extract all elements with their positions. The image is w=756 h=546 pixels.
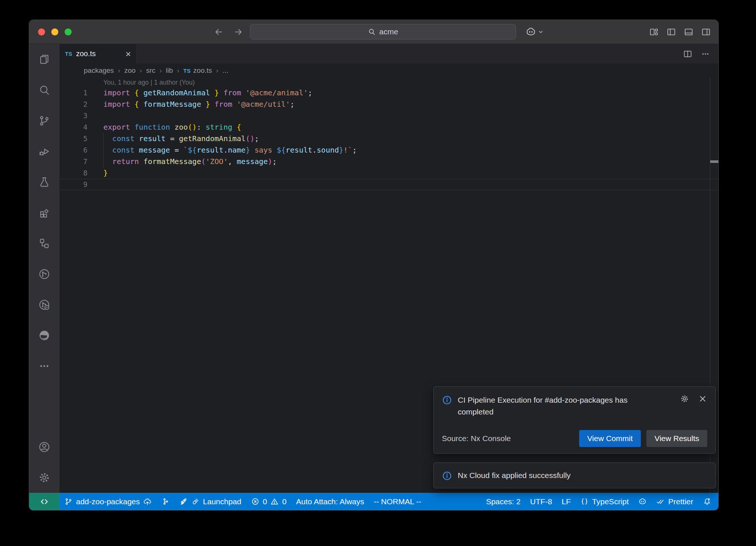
notification-source: Source: Nx Console — [442, 434, 511, 443]
zoom-window-button[interactable] — [65, 28, 72, 35]
history-nav — [214, 20, 243, 44]
activity-item-source-control[interactable] — [29, 105, 59, 136]
tab-close-icon[interactable]: × — [126, 49, 131, 59]
split-editor-icon[interactable] — [683, 49, 693, 59]
status-remote-indicator[interactable] — [29, 493, 59, 510]
breadcrumb: packages›zoo›src›lib›TSzoo.ts›... — [60, 64, 718, 78]
status-formatter[interactable]: Prettier — [652, 493, 698, 510]
toggle-panel-icon[interactable] — [684, 27, 694, 37]
code-line[interactable]: 1import { getRandomAnimal } from '@acme/… — [60, 87, 718, 99]
status-notifications-bell[interactable] — [698, 493, 716, 510]
toggle-secondary-sidebar-icon[interactable] — [701, 27, 711, 37]
status-language-mode[interactable]: TypeScript — [575, 493, 633, 510]
copilot-icon — [638, 497, 647, 506]
traffic-lights — [29, 28, 72, 35]
breadcrumb-item[interactable]: lib — [166, 66, 173, 75]
layout-controls — [649, 20, 711, 44]
code-line[interactable]: 7 return formatMessage('ZOO', message); — [60, 156, 718, 167]
git-blame-annotation: You, 1 hour ago | 1 author (You) — [60, 78, 718, 87]
info-icon — [442, 470, 452, 481]
search-icon — [38, 84, 51, 96]
status-source-control-graph[interactable] — [157, 493, 175, 510]
breadcrumb-separator: › — [118, 66, 120, 75]
breadcrumb-item[interactable]: TSzoo.ts — [183, 66, 212, 75]
activity-bar — [29, 44, 60, 493]
breadcrumb-item[interactable]: ... — [223, 66, 228, 75]
typescript-file-icon: TS — [183, 68, 191, 74]
activity-item-extensions[interactable] — [29, 197, 59, 228]
customize-layout-icon[interactable] — [649, 27, 659, 37]
command-center-search[interactable]: acme — [250, 24, 516, 40]
scrollbar-thumb[interactable] — [710, 160, 718, 163]
code-line[interactable]: 8} — [60, 167, 718, 179]
activity-item-testing[interactable] — [29, 167, 59, 197]
code-line[interactable]: 9 — [60, 179, 718, 190]
status-indentation[interactable]: Spaces: 2 — [481, 493, 525, 510]
minimize-window-button[interactable] — [51, 28, 58, 35]
gear-icon — [38, 471, 51, 484]
typescript-file-icon: TS — [65, 51, 72, 57]
double-check-icon — [656, 497, 665, 506]
account-icon — [38, 441, 51, 453]
toggle-sidebar-icon[interactable] — [666, 27, 676, 37]
beaker-icon — [38, 176, 51, 188]
line-number: 7 — [60, 156, 87, 167]
activity-item-nx-cloud[interactable] — [29, 289, 59, 320]
activity-item-more[interactable] — [29, 351, 59, 381]
status-nx-launchpad[interactable]: Launchpad — [175, 493, 246, 510]
activity-item-explorer[interactable] — [29, 44, 59, 75]
activity-item-edge-browser[interactable] — [29, 320, 59, 351]
status-encoding[interactable]: UTF-8 — [525, 493, 557, 510]
close-window-button[interactable] — [38, 28, 45, 35]
view-results-button[interactable]: View Results — [646, 430, 707, 447]
breadcrumb-item[interactable]: zoo — [124, 66, 136, 75]
debug-icon — [38, 145, 51, 158]
status-copilot-status[interactable] — [633, 493, 652, 510]
more-actions-icon[interactable] — [701, 49, 710, 59]
notification-message: CI Pipeline Execution for #add-zoo-packa… — [458, 394, 659, 418]
code-line[interactable]: 4export function zoo(): string { — [60, 122, 718, 133]
code-line[interactable]: 3 — [60, 110, 718, 122]
activity-item-settings[interactable] — [29, 462, 59, 493]
error-icon — [251, 497, 260, 506]
code-line[interactable]: 2import { formatMessage } from '@acme/ut… — [60, 99, 718, 110]
notification-settings-icon[interactable] — [680, 394, 689, 403]
activity-item-search[interactable] — [29, 75, 59, 105]
activity-item-workspaces[interactable] — [29, 228, 59, 259]
status-problems[interactable]: 00 — [246, 493, 291, 510]
chevron-down-icon — [537, 28, 544, 35]
status-git-branch-status[interactable]: add-zoo-packages — [59, 493, 157, 510]
warning-icon — [270, 497, 279, 506]
braces-icon — [580, 497, 589, 506]
breadcrumb-item[interactable]: src — [146, 66, 155, 75]
forward-arrow-icon[interactable] — [233, 27, 243, 37]
extensions-icon — [38, 207, 51, 219]
line-number: 4 — [60, 122, 87, 133]
indent-guide — [103, 133, 104, 167]
status-vim-mode[interactable]: -- NORMAL -- — [369, 493, 426, 510]
view-commit-button[interactable]: View Commit — [579, 430, 641, 447]
tab-zoo-ts[interactable]: TS zoo.ts × — [60, 44, 137, 64]
back-arrow-icon[interactable] — [214, 27, 224, 37]
git-branch-icon — [38, 115, 51, 127]
activity-item-nx-console[interactable] — [29, 259, 59, 289]
title-bar: acme — [29, 20, 718, 44]
breadcrumb-separator: › — [216, 66, 218, 75]
notification-close-icon[interactable] — [698, 394, 707, 403]
breadcrumb-item[interactable]: packages — [84, 66, 114, 75]
code-line[interactable]: 6 const message = `${result.name} says $… — [60, 144, 718, 156]
status-eol[interactable]: LF — [557, 493, 576, 510]
status-auto-attach[interactable]: Auto Attach: Always — [291, 493, 369, 510]
workspaces-icon — [38, 237, 51, 250]
notification-message: Nx Cloud fix applied successfully — [458, 470, 571, 481]
line-number: 5 — [60, 133, 87, 144]
nx-cloud-icon — [38, 298, 51, 311]
activity-item-accounts[interactable] — [29, 431, 59, 462]
line-number: 6 — [60, 144, 87, 156]
breadcrumb-separator: › — [177, 66, 179, 75]
copilot-menu[interactable] — [525, 20, 544, 44]
nx-console-icon — [38, 268, 51, 280]
activity-item-run-debug[interactable] — [29, 136, 59, 167]
code-line[interactable]: 5 const result = getRandomAnimal(); — [60, 133, 718, 144]
line-number: 8 — [60, 167, 87, 179]
